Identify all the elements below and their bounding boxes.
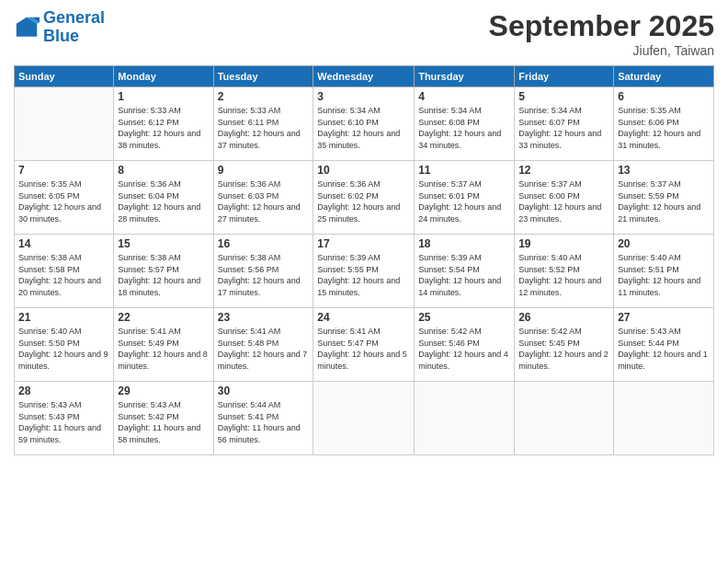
col-wednesday: Wednesday bbox=[313, 66, 415, 87]
table-row: 22Sunrise: 5:41 AM Sunset: 5:49 PM Dayli… bbox=[114, 308, 213, 382]
table-row bbox=[515, 382, 614, 455]
table-row: 8Sunrise: 5:36 AM Sunset: 6:04 PM Daylig… bbox=[114, 161, 213, 235]
table-row: 11Sunrise: 5:37 AM Sunset: 6:01 PM Dayli… bbox=[415, 161, 515, 235]
day-number: 23 bbox=[218, 311, 310, 324]
table-row: 2Sunrise: 5:33 AM Sunset: 6:11 PM Daylig… bbox=[213, 87, 313, 161]
table-row: 14Sunrise: 5:38 AM Sunset: 5:58 PM Dayli… bbox=[15, 235, 114, 308]
logo: General Blue bbox=[14, 9, 105, 46]
day-info: Sunrise: 5:35 AM Sunset: 6:05 PM Dayligh… bbox=[18, 178, 109, 224]
day-number: 15 bbox=[118, 237, 209, 250]
table-row: 4Sunrise: 5:34 AM Sunset: 6:08 PM Daylig… bbox=[415, 87, 515, 161]
day-info: Sunrise: 5:40 AM Sunset: 5:52 PM Dayligh… bbox=[518, 252, 609, 298]
table-row: 30Sunrise: 5:44 AM Sunset: 5:41 PM Dayli… bbox=[213, 382, 313, 455]
day-info: Sunrise: 5:42 AM Sunset: 5:46 PM Dayligh… bbox=[418, 326, 510, 372]
day-number: 26 bbox=[518, 311, 609, 324]
day-info: Sunrise: 5:42 AM Sunset: 5:45 PM Dayligh… bbox=[518, 326, 609, 372]
day-number: 5 bbox=[518, 90, 609, 103]
day-number: 17 bbox=[317, 237, 410, 250]
table-row: 19Sunrise: 5:40 AM Sunset: 5:52 PM Dayli… bbox=[515, 235, 614, 308]
day-info: Sunrise: 5:37 AM Sunset: 6:01 PM Dayligh… bbox=[418, 178, 510, 224]
day-number: 1 bbox=[118, 90, 209, 103]
table-row: 25Sunrise: 5:42 AM Sunset: 5:46 PM Dayli… bbox=[415, 308, 515, 382]
day-info: Sunrise: 5:37 AM Sunset: 6:00 PM Dayligh… bbox=[518, 178, 609, 224]
table-row: 3Sunrise: 5:34 AM Sunset: 6:10 PM Daylig… bbox=[313, 87, 415, 161]
day-info: Sunrise: 5:33 AM Sunset: 6:11 PM Dayligh… bbox=[218, 105, 310, 151]
calendar-week-row: 21Sunrise: 5:40 AM Sunset: 5:50 PM Dayli… bbox=[15, 308, 714, 382]
day-number: 20 bbox=[618, 237, 710, 250]
day-info: Sunrise: 5:43 AM Sunset: 5:44 PM Dayligh… bbox=[618, 326, 710, 372]
table-row: 15Sunrise: 5:38 AM Sunset: 5:57 PM Dayli… bbox=[114, 235, 213, 308]
day-number: 29 bbox=[118, 385, 209, 397]
table-row bbox=[614, 382, 714, 455]
day-info: Sunrise: 5:44 AM Sunset: 5:41 PM Dayligh… bbox=[218, 399, 310, 445]
col-friday: Friday bbox=[515, 66, 614, 87]
page: General Blue September 2025 Jiufen, Taiw… bbox=[0, 0, 728, 563]
logo-icon bbox=[14, 15, 40, 40]
table-row: 7Sunrise: 5:35 AM Sunset: 6:05 PM Daylig… bbox=[15, 161, 114, 235]
day-info: Sunrise: 5:36 AM Sunset: 6:02 PM Dayligh… bbox=[317, 178, 410, 224]
day-info: Sunrise: 5:35 AM Sunset: 6:06 PM Dayligh… bbox=[618, 105, 710, 151]
table-row: 10Sunrise: 5:36 AM Sunset: 6:02 PM Dayli… bbox=[313, 161, 415, 235]
table-row: 13Sunrise: 5:37 AM Sunset: 5:59 PM Dayli… bbox=[614, 161, 714, 235]
day-info: Sunrise: 5:43 AM Sunset: 5:43 PM Dayligh… bbox=[18, 399, 109, 445]
day-number: 25 bbox=[418, 311, 510, 324]
day-info: Sunrise: 5:36 AM Sunset: 6:03 PM Dayligh… bbox=[218, 178, 310, 224]
table-row: 21Sunrise: 5:40 AM Sunset: 5:50 PM Dayli… bbox=[15, 308, 114, 382]
day-number: 22 bbox=[118, 311, 209, 324]
day-info: Sunrise: 5:39 AM Sunset: 5:55 PM Dayligh… bbox=[317, 252, 410, 298]
day-number: 3 bbox=[317, 90, 410, 103]
day-info: Sunrise: 5:41 AM Sunset: 5:48 PM Dayligh… bbox=[218, 326, 310, 372]
col-saturday: Saturday bbox=[614, 66, 714, 87]
table-row: 6Sunrise: 5:35 AM Sunset: 6:06 PM Daylig… bbox=[614, 87, 714, 161]
calendar: Sunday Monday Tuesday Wednesday Thursday… bbox=[14, 65, 714, 455]
day-info: Sunrise: 5:37 AM Sunset: 5:59 PM Dayligh… bbox=[618, 178, 710, 224]
day-info: Sunrise: 5:36 AM Sunset: 6:04 PM Dayligh… bbox=[118, 178, 209, 224]
day-info: Sunrise: 5:38 AM Sunset: 5:58 PM Dayligh… bbox=[18, 252, 109, 298]
day-info: Sunrise: 5:41 AM Sunset: 5:47 PM Dayligh… bbox=[317, 326, 410, 372]
table-row: 23Sunrise: 5:41 AM Sunset: 5:48 PM Dayli… bbox=[213, 308, 313, 382]
table-row: 20Sunrise: 5:40 AM Sunset: 5:51 PM Dayli… bbox=[614, 235, 714, 308]
table-row: 24Sunrise: 5:41 AM Sunset: 5:47 PM Dayli… bbox=[313, 308, 415, 382]
table-row: 5Sunrise: 5:34 AM Sunset: 6:07 PM Daylig… bbox=[515, 87, 614, 161]
table-row: 9Sunrise: 5:36 AM Sunset: 6:03 PM Daylig… bbox=[213, 161, 313, 235]
day-info: Sunrise: 5:33 AM Sunset: 6:12 PM Dayligh… bbox=[118, 105, 209, 151]
header: General Blue September 2025 Jiufen, Taiw… bbox=[14, 9, 714, 58]
day-info: Sunrise: 5:34 AM Sunset: 6:08 PM Dayligh… bbox=[418, 105, 510, 151]
calendar-week-row: 14Sunrise: 5:38 AM Sunset: 5:58 PM Dayli… bbox=[15, 235, 714, 308]
day-number: 18 bbox=[418, 237, 510, 250]
day-number: 7 bbox=[18, 164, 109, 177]
location: Jiufen, Taiwan bbox=[489, 43, 714, 58]
day-info: Sunrise: 5:43 AM Sunset: 5:42 PM Dayligh… bbox=[118, 399, 209, 445]
table-row: 1Sunrise: 5:33 AM Sunset: 6:12 PM Daylig… bbox=[114, 87, 213, 161]
calendar-week-row: 7Sunrise: 5:35 AM Sunset: 6:05 PM Daylig… bbox=[15, 161, 714, 235]
table-row bbox=[313, 382, 415, 455]
table-row: 12Sunrise: 5:37 AM Sunset: 6:00 PM Dayli… bbox=[515, 161, 614, 235]
table-row: 27Sunrise: 5:43 AM Sunset: 5:44 PM Dayli… bbox=[614, 308, 714, 382]
logo-text: General Blue bbox=[43, 9, 105, 46]
day-number: 13 bbox=[618, 164, 710, 177]
day-number: 9 bbox=[218, 164, 310, 177]
day-number: 2 bbox=[218, 90, 310, 103]
day-info: Sunrise: 5:40 AM Sunset: 5:50 PM Dayligh… bbox=[18, 326, 109, 372]
day-info: Sunrise: 5:40 AM Sunset: 5:51 PM Dayligh… bbox=[618, 252, 710, 298]
day-number: 28 bbox=[18, 385, 109, 397]
calendar-header-row: Sunday Monday Tuesday Wednesday Thursday… bbox=[15, 66, 714, 87]
day-number: 8 bbox=[118, 164, 209, 177]
calendar-week-row: 28Sunrise: 5:43 AM Sunset: 5:43 PM Dayli… bbox=[15, 382, 714, 455]
day-number: 14 bbox=[18, 237, 109, 250]
table-row bbox=[415, 382, 515, 455]
col-thursday: Thursday bbox=[415, 66, 515, 87]
table-row: 29Sunrise: 5:43 AM Sunset: 5:42 PM Dayli… bbox=[114, 382, 213, 455]
day-number: 16 bbox=[218, 237, 310, 250]
table-row: 26Sunrise: 5:42 AM Sunset: 5:45 PM Dayli… bbox=[515, 308, 614, 382]
table-row: 16Sunrise: 5:38 AM Sunset: 5:56 PM Dayli… bbox=[213, 235, 313, 308]
day-number: 24 bbox=[317, 311, 410, 324]
logo-line1: General bbox=[43, 8, 105, 27]
logo-line2: Blue bbox=[43, 27, 79, 45]
day-info: Sunrise: 5:39 AM Sunset: 5:54 PM Dayligh… bbox=[418, 252, 510, 298]
day-number: 4 bbox=[418, 90, 510, 103]
day-info: Sunrise: 5:38 AM Sunset: 5:56 PM Dayligh… bbox=[218, 252, 310, 298]
title-block: September 2025 Jiufen, Taiwan bbox=[489, 9, 714, 58]
col-tuesday: Tuesday bbox=[213, 66, 313, 87]
day-number: 19 bbox=[518, 237, 609, 250]
